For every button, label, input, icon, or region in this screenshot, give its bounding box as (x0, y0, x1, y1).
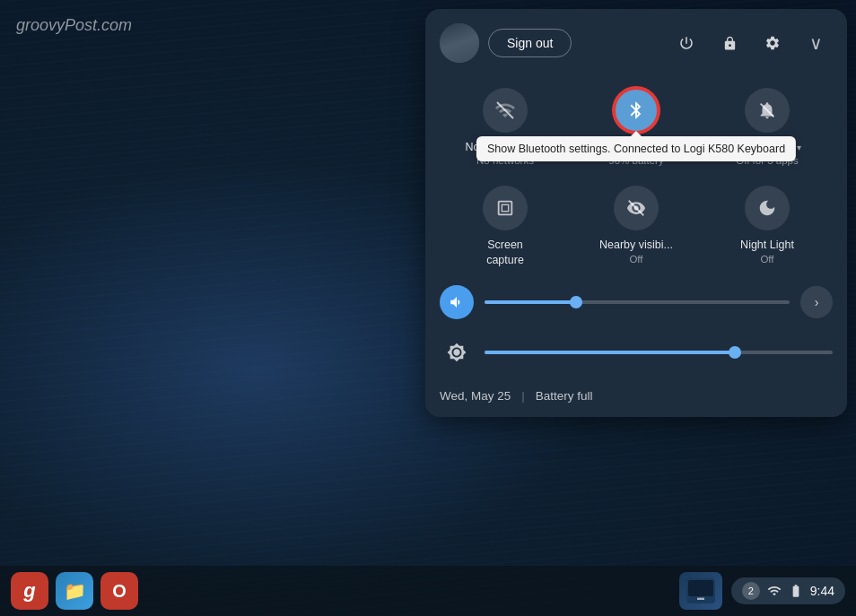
nearby-visibility-sublabel: Off (629, 254, 642, 265)
tray-battery-icon (789, 584, 803, 598)
taskbar-app-files[interactable]: 📁 (56, 572, 93, 610)
volume-expand-button[interactable]: › (800, 286, 833, 318)
night-light-toggle-button[interactable] (745, 186, 790, 230)
screen-capture-toggle-cell: Screen capture (440, 177, 571, 273)
nearby-visibility-toggle-button[interactable] (614, 186, 659, 230)
night-light-sublabel: Off (760, 254, 773, 265)
tray-notification-badge: 2 (742, 582, 760, 600)
volume-icon-button[interactable] (440, 285, 474, 319)
qs-date: Wed, May 25 (440, 389, 511, 403)
night-light-toggle-cell: Night Light Off (702, 177, 833, 273)
collapse-button[interactable]: ∨ (799, 26, 833, 60)
bluetooth-toggle-cell: Show Bluetooth settings. Connected to Lo… (571, 79, 702, 171)
nearby-visibility-label: Nearby visibi... (599, 238, 673, 252)
power-button[interactable] (669, 26, 703, 60)
watermark-text: groovyPost.com (16, 16, 132, 35)
svg-text:▬: ▬ (697, 594, 704, 602)
taskbar-app-office[interactable]: O (100, 572, 138, 610)
taskbar-thumbnail[interactable]: ▬ (679, 572, 722, 610)
taskbar-app-g[interactable]: g (11, 572, 48, 610)
tray-time: 9:44 (810, 584, 834, 598)
qs-battery: Battery full (536, 389, 593, 403)
volume-slider-row: › (440, 282, 833, 323)
qs-toggles-row2: Screen capture Nearby visibi... Off Nigh… (440, 177, 833, 273)
night-light-label: Night Light (740, 238, 794, 252)
screen-capture-label: Screen capture (486, 238, 524, 267)
svg-rect-2 (502, 205, 508, 212)
taskbar: g 📁 O ▬ 2 (0, 566, 856, 616)
sign-out-button[interactable]: Sign out (488, 29, 572, 57)
taskbar-left: g 📁 O (11, 572, 138, 610)
brightness-slider-track[interactable] (485, 351, 833, 354)
qs-top-row: Sign out ∨ (440, 23, 833, 63)
brightness-slider-row (440, 332, 833, 373)
screen-capture-toggle-button[interactable] (483, 186, 528, 230)
notifications-toggle-button[interactable] (745, 88, 790, 133)
bluetooth-toggle-button[interactable]: Show Bluetooth settings. Connected to Lo… (614, 88, 659, 133)
tray-wifi-icon (767, 584, 782, 598)
nearby-visibility-toggle-cell: Nearby visibi... Off (571, 177, 702, 273)
volume-slider-track[interactable] (485, 300, 790, 304)
taskbar-right: ▬ 2 9:44 (679, 572, 845, 610)
brightness-icon (440, 335, 474, 369)
system-tray[interactable]: 2 9:44 (731, 577, 845, 604)
lock-button[interactable] (712, 26, 747, 60)
settings-button[interactable] (756, 26, 790, 60)
avatar[interactable] (440, 23, 479, 63)
qs-bottom-info: Wed, May 25 | Battery full (440, 382, 833, 403)
wifi-toggle-button[interactable] (483, 88, 528, 133)
quick-settings-panel: Sign out ∨ (425, 9, 847, 417)
bluetooth-tooltip: Show Bluetooth settings. Connected to Lo… (476, 136, 796, 161)
qs-bottom-divider: | (521, 389, 525, 403)
qs-toggles-row1: Not connected ▾ No networks Show Bluetoo… (440, 79, 833, 171)
